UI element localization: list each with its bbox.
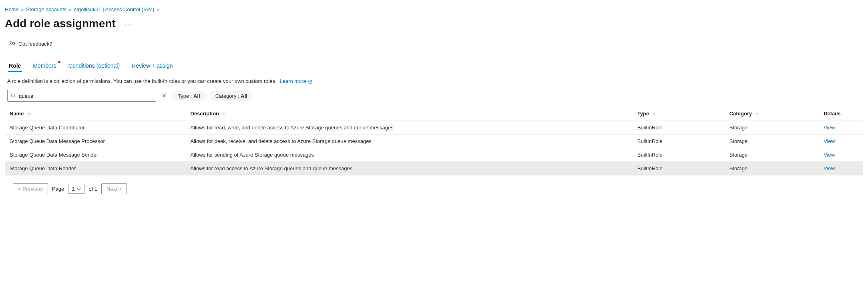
cell-type: BuiltInRole [633,162,725,175]
cell-details: View [819,162,863,175]
type-filter-prefix: Type : [178,93,193,99]
chevron-right-icon: > [157,7,159,12]
tabs: RoleMembersConditions (optional)Review +… [5,52,863,72]
col-header-name[interactable]: Name ↑↓ [5,107,186,121]
feedback-link[interactable]: Got feedback? [18,41,52,47]
cell-category: Storage [725,148,819,162]
svg-point-0 [10,42,12,44]
cell-description: Allows for sending of Azure Storage queu… [186,148,633,162]
page-current: 1 [72,186,74,192]
col-header-category[interactable]: Category ↑↓ [725,107,819,121]
col-header-category-label: Category [729,111,752,117]
breadcrumb-item[interactable]: stgollisuk01 | Access Control (IAM) [74,6,155,12]
cell-description: Allows for read access to Azure Storage … [186,162,633,175]
search-input[interactable] [7,90,156,102]
cell-name: Storage Queue Data Reader [5,162,186,175]
col-header-details: Details [819,107,863,121]
cell-category: Storage [725,135,819,148]
view-link[interactable]: View [824,165,835,171]
title-row: Add role assignment ··· [5,15,863,37]
tab-conditions-optional-[interactable]: Conditions (optional) [68,61,121,72]
external-link-icon [308,80,312,84]
page-select[interactable]: 1 [68,184,84,194]
table-row[interactable]: Storage Queue Data Message ProcessorAllo… [5,135,863,148]
page-label: Page [52,186,64,192]
cell-type: BuiltInRole [633,148,725,162]
cell-type: BuiltInRole [633,135,725,148]
clear-search-button[interactable]: ✕ [160,93,168,99]
description-text: A role definition is a collection of per… [7,78,277,84]
type-filter-pill[interactable]: Type : All [172,91,206,101]
cell-name: Storage Queue Data Message Sender [5,148,186,162]
table-row[interactable]: Storage Queue Data Message SenderAllows … [5,148,863,162]
learn-more-label: Learn more [279,78,306,84]
cell-name: Storage Queue Data Message Processor [5,135,186,148]
cell-category: Storage [725,162,819,175]
pagination: < Previous Page 1 of 1 Next > [5,175,863,206]
category-filter-prefix: Category : [215,93,241,99]
col-header-description-label: Description [191,111,219,117]
prev-page-button[interactable]: < Previous [13,183,48,194]
table-row[interactable]: Storage Queue Data ReaderAllows for read… [5,162,863,175]
cell-details: View [819,121,863,135]
type-filter-value: All [193,93,200,99]
learn-more-link[interactable]: Learn more [279,78,312,84]
filter-row: ✕ Type : All Category : All [5,90,863,107]
feedback-icon [9,40,15,47]
view-link[interactable]: View [824,152,835,158]
feedback-bar[interactable]: Got feedback? [5,37,863,52]
cell-details: View [819,148,863,162]
svg-line-2 [14,97,15,98]
svg-point-1 [11,94,14,97]
search-icon [10,93,16,99]
search-field[interactable] [7,90,156,102]
table-row[interactable]: Storage Queue Data ContributorAllows for… [5,121,863,135]
chevron-right-icon: > [21,7,24,12]
roles-table: Name ↑↓ Description ↑↓ Type ↑↓ Category … [5,107,863,175]
sort-icon: ↑↓ [652,112,655,116]
col-header-type-label: Type [637,111,649,117]
chevron-right-icon: > [69,7,71,12]
sort-icon: ↑↓ [755,112,758,116]
page-of-label: of 1 [88,186,97,192]
col-header-name-label: Name [10,111,24,117]
breadcrumb-item[interactable]: Storage accounts [26,6,66,12]
cell-type: BuiltInRole [633,121,725,135]
breadcrumb: Home>Storage accounts>stgollisuk01 | Acc… [5,4,863,15]
cell-description: Allows for read, write, and delete acces… [186,121,633,135]
tab-role[interactable]: Role [8,61,22,72]
next-page-button[interactable]: Next > [101,183,127,194]
col-header-details-label: Details [824,111,841,117]
col-header-description[interactable]: Description ↑↓ [186,107,633,121]
view-link[interactable]: View [824,125,835,131]
category-filter-pill[interactable]: Category : All [210,91,253,101]
page-title: Add role assignment [5,17,116,30]
sort-icon: ↑↓ [27,112,30,116]
breadcrumb-item[interactable]: Home [5,6,19,12]
required-dot-icon [58,61,60,63]
chevron-down-icon [77,187,81,191]
category-filter-value: All [241,93,247,99]
tab-members[interactable]: Members [32,61,57,72]
col-header-type[interactable]: Type ↑↓ [633,107,725,121]
tab-review-assign[interactable]: Review + assign [131,61,173,72]
cell-name: Storage Queue Data Contributor [5,121,186,135]
role-description-line: A role definition is a collection of per… [5,72,863,90]
view-link[interactable]: View [824,138,835,144]
cell-details: View [819,135,863,148]
more-actions-button[interactable]: ··· [122,18,135,29]
sort-icon: ↑↓ [222,112,225,116]
cell-description: Allows for peek, receive, and delete acc… [186,135,633,148]
cell-category: Storage [725,121,819,135]
